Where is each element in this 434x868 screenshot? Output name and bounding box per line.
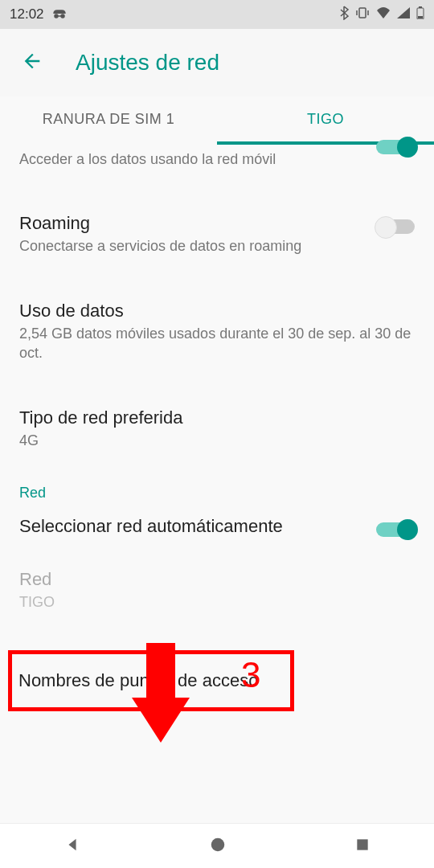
nav-recent-icon[interactable] (354, 837, 371, 856)
status-bar: 12:02 (0, 0, 434, 29)
tab-sim1[interactable]: RANURA DE SIM 1 (0, 96, 217, 145)
svg-rect-9 (357, 839, 367, 850)
network-type-subtitle: 4G (19, 432, 415, 450)
svg-point-8 (211, 837, 225, 851)
roaming-switch[interactable] (376, 219, 415, 234)
nav-back-icon[interactable] (63, 836, 81, 857)
network-subtitle: TIGO (19, 593, 415, 612)
mobile-data-item[interactable]: Acceder a los datos usando la red móvil (19, 145, 415, 182)
auto-network-switch[interactable] (376, 522, 415, 537)
svg-marker-7 (132, 698, 190, 743)
mobile-data-switch[interactable] (376, 140, 415, 154)
back-arrow-icon[interactable] (21, 50, 43, 76)
data-usage-item[interactable]: Uso de datos 2,54 GB datos móviles usado… (19, 270, 415, 377)
section-red: Red (19, 465, 415, 508)
svg-rect-4 (419, 6, 422, 8)
auto-network-item[interactable]: Seleccionar red automáticamente (19, 508, 415, 551)
wifi-icon (376, 7, 391, 22)
annotation-arrow-icon (129, 643, 193, 751)
network-type-item[interactable]: Tipo de red preferida 4G (19, 377, 415, 465)
vibrate-icon (355, 6, 370, 23)
app-header: Ajustes de red (0, 29, 434, 96)
network-title: Red (19, 569, 415, 590)
incognito-icon (52, 7, 67, 22)
signal-icon (397, 7, 410, 22)
svg-rect-6 (146, 643, 175, 699)
navigation-bar (0, 823, 434, 868)
network-type-title: Tipo de red preferida (19, 407, 415, 428)
bluetooth-icon (339, 6, 349, 23)
nav-home-icon[interactable] (209, 836, 227, 857)
roaming-item[interactable]: Roaming Conectarse a servicios de datos … (19, 182, 415, 270)
mobile-data-subtitle: Acceder a los datos usando la red móvil (19, 151, 276, 167)
network-item: Red TIGO (19, 551, 415, 626)
roaming-subtitle: Conectarse a servicios de datos en roami… (19, 237, 309, 256)
status-time: 12:02 (10, 6, 44, 23)
sim-tabs: RANURA DE SIM 1 TIGO (0, 96, 434, 145)
svg-rect-5 (418, 16, 423, 18)
page-title: Ajustes de red (76, 50, 219, 76)
battery-icon (416, 6, 424, 23)
auto-network-title: Seleccionar red automáticamente (19, 516, 415, 537)
annotation-number: 3 (241, 655, 260, 695)
roaming-title: Roaming (19, 213, 415, 234)
svg-rect-0 (359, 8, 366, 18)
data-usage-subtitle: 2,54 GB datos móviles usados durante el … (19, 325, 415, 362)
data-usage-title: Uso de datos (19, 301, 415, 321)
